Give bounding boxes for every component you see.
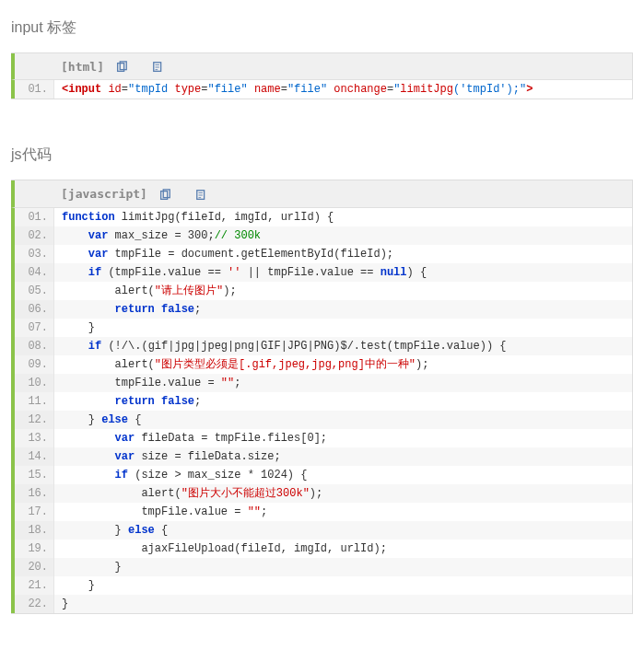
code-body: 01.<input id="tmpId type="file" name="fi… [11,80,632,99]
line-content: alert("请上传图片"); [54,282,632,300]
code-line: 12. } else { [15,411,632,429]
line-content: if (size > max_size * 1024) { [54,466,632,484]
line-content: } [54,558,632,576]
line-number: 19. [15,540,54,558]
code-header: [javascript] [11,180,632,207]
line-number: 22. [15,595,54,613]
code-line: 16. alert("图片大小不能超过300k"); [15,484,632,503]
line-content: var fileData = tmpFile.files[0]; [54,429,632,447]
line-content: } [54,576,632,595]
view-icon[interactable] [152,61,165,74]
code-line: 22.} [15,595,632,613]
line-number: 16. [15,484,54,503]
line-content: tmpFile.value = ""; [54,503,632,521]
code-line: 13. var fileData = tmpFile.files[0]; [15,429,632,447]
line-content: <input id="tmpId type="file" name="file"… [54,80,632,99]
code-line: 04. if (tmpFile.value == '' || tmpFile.v… [15,263,632,282]
code-line: 14. var size = fileData.size; [15,447,632,466]
line-content: tmpFile.value = ""; [54,374,632,392]
line-content: alert("图片类型必须是[.gif,jpeg,jpg,png]中的一种"); [54,355,632,374]
code-line: 11. return false; [15,392,632,411]
code-line: 17. tmpFile.value = ""; [15,503,632,521]
code-line: 05. alert("请上传图片"); [15,282,632,300]
lang-label: [html] [61,60,104,74]
line-number: 13. [15,429,54,447]
code-line: 07. } [15,319,632,337]
line-number: 10. [15,374,54,392]
line-content: if (!/\.(gif|jpg|jpeg|png|GIF|JPG|PNG)$/… [54,337,632,355]
line-content: } else { [54,411,632,429]
code-block-html: [html] 01.<input id="tmpId type="file" n… [11,52,633,99]
lang-label: [javascript] [61,187,147,201]
line-number: 15. [15,466,54,484]
line-content: } else { [54,521,632,540]
code-line: 06. return false; [15,300,632,319]
line-number: 09. [15,355,54,374]
line-number: 06. [15,300,54,319]
line-content: var size = fileData.size; [54,447,632,466]
code-line: 03. var tmpFile = document.getElementByI… [15,245,632,263]
code-line: 19. ajaxFileUpload(fileId, imgId, urlId)… [15,540,632,558]
section-title-2: js代码 [11,145,633,165]
code-header: [html] [11,53,632,80]
code-line: 21. } [15,576,632,595]
line-number: 08. [15,337,54,355]
line-number: 05. [15,282,54,300]
line-content: alert("图片大小不能超过300k"); [54,484,632,503]
line-number: 12. [15,411,54,429]
line-content: return false; [54,300,632,319]
code-line: 09. alert("图片类型必须是[.gif,jpeg,jpg,png]中的一… [15,355,632,374]
line-content: } [54,319,632,337]
code-block-js: [javascript] 01.function limitJpg(fileId… [11,180,633,613]
code-line: 01.<input id="tmpId type="file" name="fi… [15,80,632,99]
line-content: function limitJpg(fileId, imgId, urlId) … [54,208,632,226]
code-body: 01.function limitJpg(fileId, imgId, urlI… [11,208,632,613]
line-number: 20. [15,558,54,576]
code-line: 01.function limitJpg(fileId, imgId, urlI… [15,208,632,226]
line-content: ajaxFileUpload(fileId, imgId, urlId); [54,540,632,558]
line-number: 17. [15,503,54,521]
code-line: 08. if (!/\.(gif|jpg|jpeg|png|GIF|JPG|PN… [15,337,632,355]
line-content: var max_size = 300;// 300k [54,226,632,245]
line-content: if (tmpFile.value == '' || tmpFile.value… [54,263,632,282]
line-number: 11. [15,392,54,411]
copy-icon[interactable] [158,189,171,202]
line-number: 14. [15,447,54,466]
code-line: 10. tmpFile.value = ""; [15,374,632,392]
line-number: 01. [15,80,54,99]
code-line: 20. } [15,558,632,576]
line-number: 01. [15,208,54,226]
code-line: 18. } else { [15,521,632,540]
section-title-1: input 标签 [11,18,633,38]
line-content: var tmpFile = document.getElementById(fi… [54,245,632,263]
code-line: 15. if (size > max_size * 1024) { [15,466,632,484]
line-content: return false; [54,392,632,411]
copy-icon[interactable] [115,61,128,74]
view-icon[interactable] [195,189,208,202]
line-number: 18. [15,521,54,540]
line-number: 21. [15,576,54,595]
line-number: 04. [15,263,54,282]
code-line: 02. var max_size = 300;// 300k [15,226,632,245]
line-content: } [54,595,632,613]
line-number: 03. [15,245,54,263]
line-number: 07. [15,319,54,337]
line-number: 02. [15,226,54,245]
